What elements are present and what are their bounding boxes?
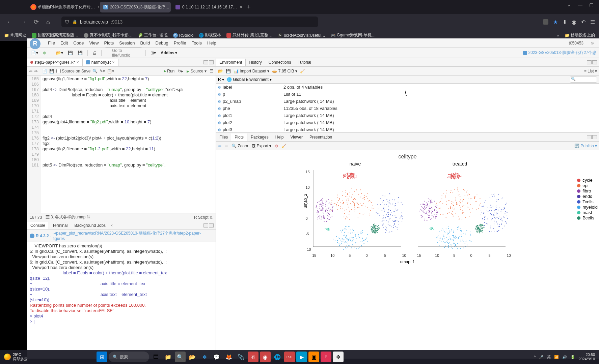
- reload-button[interactable]: ⟳: [31, 16, 42, 28]
- bookmark-item[interactable]: 📁常用网址: [4, 32, 26, 38]
- env-variable-row[interactable]: ◐plot2Large patchwork ( 14 MB): [216, 119, 599, 126]
- clock[interactable]: 20:502024/8/10: [578, 353, 595, 361]
- save-icon[interactable]: 💾: [226, 69, 231, 73]
- wechat-icon[interactable]: 💬: [211, 352, 222, 362]
- menu-code[interactable]: Code: [71, 40, 86, 46]
- ime-lang[interactable]: 英: [547, 355, 551, 360]
- back-button[interactable]: ←: [4, 17, 16, 28]
- new-file-button[interactable]: 📄▾: [30, 50, 39, 56]
- memory-indicator[interactable]: 🥧 7.85 GiB ▾: [272, 69, 297, 73]
- new-tab-button[interactable]: +: [244, 4, 254, 11]
- run-button[interactable]: Run: [164, 69, 174, 73]
- menu-view[interactable]: View: [86, 40, 101, 46]
- menu-file[interactable]: File: [45, 40, 58, 46]
- import-dataset-button[interactable]: 📊 Import Dataset ▾: [234, 69, 269, 73]
- new-project-button[interactable]: ⊕: [42, 50, 48, 56]
- goto-input[interactable]: → Go to file/functio: [105, 47, 142, 59]
- app-icon[interactable]: ❖: [333, 352, 344, 362]
- firefox-icon[interactable]: 🦊: [223, 352, 234, 362]
- clear-plots-icon[interactable]: 🧹: [281, 144, 287, 148]
- app-icon[interactable]: ◉: [260, 352, 271, 362]
- env-search-input[interactable]: [570, 77, 597, 83]
- tab-tutorial[interactable]: Tutorial: [294, 59, 315, 66]
- menu-icon[interactable]: ☰: [590, 19, 595, 25]
- global-env-button[interactable]: 🌐 Global Environment ▾: [227, 77, 272, 82]
- env-variable-row[interactable]: ◐p2_umapLarge patchwork ( 14 MB): [216, 98, 599, 105]
- source-tab-2[interactable]: harmony.R ×: [83, 59, 118, 66]
- save-all-button[interactable]: 💾: [76, 50, 84, 56]
- env-variable-list[interactable]: ◐label2 obs. of 4 variables◐pList of 11◐…: [216, 84, 599, 132]
- source-button[interactable]: Source ▾: [187, 69, 207, 73]
- minimize-icon[interactable]: —: [578, 2, 582, 7]
- next-plot-icon[interactable]: ⇨: [225, 144, 228, 148]
- zoom-button[interactable]: 🔍 Zoom: [232, 144, 248, 148]
- remove-plot-icon[interactable]: ⊘: [275, 144, 278, 148]
- bookmark-item[interactable]: 🥬工作台 · 语雀: [138, 32, 168, 38]
- tab-connections[interactable]: Connections: [265, 59, 295, 66]
- bookmark-item[interactable]: GscRNAtoolVis:Useful…: [278, 33, 325, 38]
- mic-icon[interactable]: 🎤: [539, 355, 544, 359]
- tray-chevron-icon[interactable]: ^: [534, 355, 536, 359]
- wand-icon[interactable]: ✎▾: [100, 69, 105, 73]
- powerpoint-icon[interactable]: P: [321, 352, 331, 362]
- env-variable-row[interactable]: ◐phe112355 obs. of 18 variables: [216, 105, 599, 112]
- bookmark-item[interactable]: 真不卡影院_我不卡影…: [84, 32, 133, 38]
- close-icon[interactable]: ×: [112, 60, 115, 65]
- print-button[interactable]: 🖨: [91, 50, 98, 56]
- show-in-new-icon[interactable]: 📄: [42, 69, 47, 73]
- bookmark-item[interactable]: RRStudio: [173, 33, 194, 38]
- grid-button[interactable]: ⊞▾: [149, 50, 157, 56]
- browser-tab-1[interactable]: 单细胞RNA测序揭示了化疗对…×: [28, 2, 99, 12]
- extensions-icon[interactable]: ↶: [581, 19, 586, 25]
- broom-icon[interactable]: 🧹: [300, 69, 305, 73]
- source-on-save-checkbox[interactable]: Source on Save: [56, 69, 90, 73]
- project-label[interactable]: 2023-GSE205013-胰腺癌-化疗27个患: [523, 50, 596, 56]
- maximize-icon[interactable]: ▢: [589, 2, 594, 7]
- publish-button[interactable]: 🔄 Publish ▾: [574, 144, 597, 148]
- bookmark-item[interactable]: 甜蜜家园高清完整版…: [32, 32, 78, 38]
- browser-tab-2[interactable]: R2023-GSE205013-胰腺癌-化疗…×: [100, 2, 171, 12]
- menu-session[interactable]: Session: [116, 40, 137, 46]
- battery-icon[interactable]: 🔋: [570, 355, 575, 359]
- close-icon[interactable]: ×: [77, 60, 79, 65]
- open-button[interactable]: 📂▾: [55, 50, 64, 56]
- load-icon[interactable]: 📂: [218, 69, 223, 73]
- maximize-pane-icon[interactable]: [592, 60, 597, 64]
- downloads-icon[interactable]: ⬇: [563, 19, 567, 25]
- maximize-pane-icon[interactable]: [209, 223, 214, 228]
- close-icon[interactable]: ×: [240, 4, 242, 10]
- console-output[interactable]: VIEWPORT has zero dimension(s)5: In grid…: [27, 242, 216, 359]
- find-icon[interactable]: 🔍: [92, 69, 98, 73]
- close-bg-icon[interactable]: ×: [110, 223, 113, 228]
- menu-plots[interactable]: Plots: [101, 40, 116, 46]
- home-button[interactable]: ⌂: [44, 17, 53, 28]
- maximize-pane-icon[interactable]: [592, 135, 597, 139]
- export-button[interactable]: 🖼 Export ▾: [251, 144, 271, 148]
- env-variable-row[interactable]: ◐plot3Large patchwork ( 14 MB): [216, 126, 599, 132]
- volume-icon[interactable]: 🔊: [562, 355, 567, 359]
- file-type-label[interactable]: R Script ⇅: [194, 215, 213, 220]
- pdf-icon[interactable]: PDF: [284, 352, 295, 362]
- minimize-pane-icon[interactable]: [203, 223, 208, 228]
- url-input[interactable]: 🛡 🔒 biotrainee.vip:9013: [61, 17, 318, 27]
- tab-help[interactable]: Help: [272, 133, 287, 141]
- bookmarks-overflow[interactable]: »: [557, 33, 559, 38]
- app-icon[interactable]: 📎: [236, 352, 246, 362]
- close-icon[interactable]: ×: [98, 4, 99, 10]
- rerun-button[interactable]: ↻▸: [178, 69, 183, 73]
- weather-widget[interactable]: 29°C局部多云: [4, 353, 28, 361]
- section-nav[interactable]: ☰ 3. 各式各样的umap ⇅: [46, 214, 90, 220]
- app-icon[interactable]: ▣: [308, 352, 319, 362]
- tab-terminal[interactable]: Terminal: [49, 222, 71, 229]
- tab-viewer[interactable]: Viewer: [287, 133, 306, 141]
- r-scope-button[interactable]: R ▾: [218, 77, 224, 82]
- menu-tools[interactable]: Tools: [189, 40, 205, 46]
- menu-edit[interactable]: Edit: [58, 40, 71, 46]
- env-variable-row[interactable]: ◐label2 obs. of 4 variables: [216, 84, 599, 91]
- bookmark-item[interactable]: 🌐影视森林: [199, 32, 221, 38]
- wifi-icon[interactable]: 📶: [554, 355, 559, 359]
- app-icon[interactable]: ❄: [199, 352, 210, 362]
- minimize-pane-icon[interactable]: [587, 60, 592, 64]
- extension-icon[interactable]: [543, 19, 548, 25]
- app-icon[interactable]: 📁: [163, 352, 173, 362]
